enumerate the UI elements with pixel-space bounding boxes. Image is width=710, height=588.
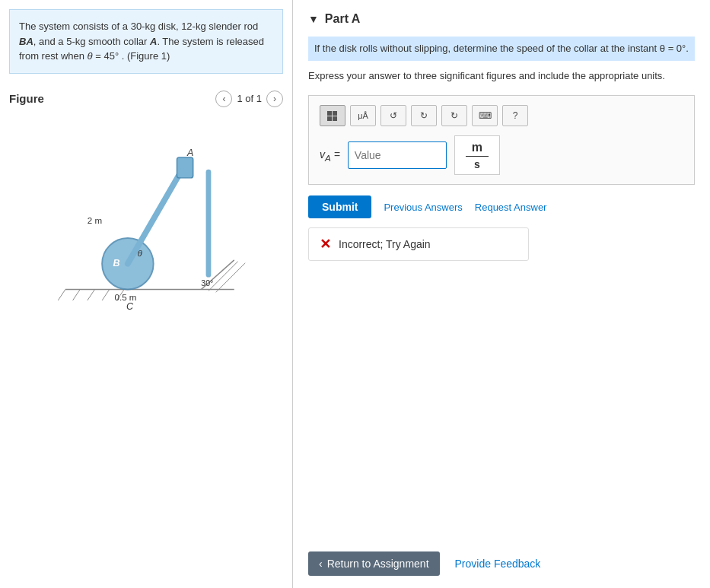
units-denominator: s: [474, 158, 480, 171]
part-title: Part A: [325, 12, 361, 26]
svg-line-3: [88, 289, 95, 300]
svg-text:2 m: 2 m: [88, 215, 102, 224]
answer-box: μÅ ↺ ↻ ↻ ⌨ ?: [308, 95, 695, 185]
reset-btn[interactable]: ↻: [441, 105, 467, 126]
right-panel: ▼ Part A If the disk rolls without slipp…: [293, 0, 710, 588]
figure-nav: ‹ 1 of 1 ›: [215, 91, 283, 107]
previous-answers-btn[interactable]: Previous Answers: [384, 202, 462, 213]
submit-row: Submit Previous Answers Request Answer: [308, 195, 695, 218]
prev-figure-btn[interactable]: ‹: [215, 91, 232, 107]
redo-icon: ↻: [420, 110, 428, 121]
figure-header: Figure ‹ 1 of 1 ›: [9, 91, 283, 107]
units-numerator: m: [472, 140, 482, 154]
mu-icon: μÅ: [358, 111, 368, 120]
x-icon: ✕: [320, 236, 331, 253]
svg-line-8: [216, 262, 246, 292]
part-header: ▼ Part A: [308, 12, 695, 26]
figure-section: Figure ‹ 1 of 1 ›: [0, 91, 292, 589]
undo-icon: ↺: [390, 110, 397, 121]
help-btn[interactable]: ?: [502, 105, 528, 126]
reset-icon: ↻: [451, 110, 458, 121]
request-answer-btn[interactable]: Request Answer: [475, 202, 547, 213]
return-assignment-btn[interactable]: ‹ Return to Assignment: [308, 551, 440, 576]
collar-label: A: [150, 36, 157, 47]
figure-canvas: A B 2 m θ 0.5 m 30° C: [9, 113, 283, 319]
svg-text:B: B: [113, 257, 120, 268]
svg-text:30°: 30°: [201, 278, 213, 287]
incorrect-banner: ✕ Incorrect; Try Again: [308, 227, 529, 261]
question-highlighted: If the disk rolls without slipping, dete…: [308, 37, 695, 61]
question-extra: Express your answer to three significant…: [308, 68, 695, 84]
figure-diagram: A B 2 m θ 0.5 m 30° C: [40, 113, 253, 319]
rod-label: BA: [19, 36, 33, 47]
svg-line-11: [128, 168, 183, 263]
return-arrow-icon: ‹: [319, 558, 323, 570]
symbol-btn[interactable]: μÅ: [350, 105, 376, 126]
svg-text:0.5 m: 0.5 m: [115, 292, 137, 301]
return-label: Return to Assignment: [327, 558, 429, 570]
undo-btn[interactable]: ↺: [380, 105, 406, 126]
grid-layout-btn[interactable]: [320, 105, 345, 126]
submit-btn[interactable]: Submit: [308, 195, 371, 218]
problem-statement: The system consists of a 30-kg disk, 12-…: [9, 9, 283, 74]
input-label: vA =: [320, 148, 340, 163]
grid-icon: [327, 111, 338, 121]
toolbar: μÅ ↺ ↻ ↻ ⌨ ?: [320, 105, 683, 126]
figure-title: Figure: [9, 92, 44, 105]
svg-line-4: [102, 289, 110, 300]
units-divider: [466, 156, 489, 157]
left-panel: The system consists of a 30-kg disk, 12-…: [0, 0, 293, 588]
keyboard-btn[interactable]: ⌨: [472, 105, 498, 126]
help-icon: ?: [513, 110, 518, 121]
svg-line-1: [58, 289, 65, 300]
bottom-row: ‹ Return to Assignment Provide Feedback: [308, 544, 695, 576]
svg-text:A: A: [186, 147, 193, 157]
part-collapse-btn[interactable]: ▼: [308, 13, 319, 25]
figure-page-indicator: 1 of 1: [237, 93, 262, 104]
provide-feedback-btn[interactable]: Provide Feedback: [455, 558, 541, 570]
incorrect-text: Incorrect; Try Again: [339, 238, 431, 250]
svg-rect-13: [177, 157, 193, 177]
keyboard-icon: ⌨: [479, 110, 492, 121]
input-row: vA = m s: [320, 135, 683, 175]
redo-btn[interactable]: ↻: [411, 105, 437, 126]
next-figure-btn[interactable]: ›: [266, 91, 283, 107]
svg-text:θ: θ: [137, 249, 142, 258]
svg-text:C: C: [126, 301, 134, 312]
units-display: m s: [454, 135, 500, 175]
svg-line-2: [73, 289, 81, 300]
value-input[interactable]: [348, 141, 447, 169]
